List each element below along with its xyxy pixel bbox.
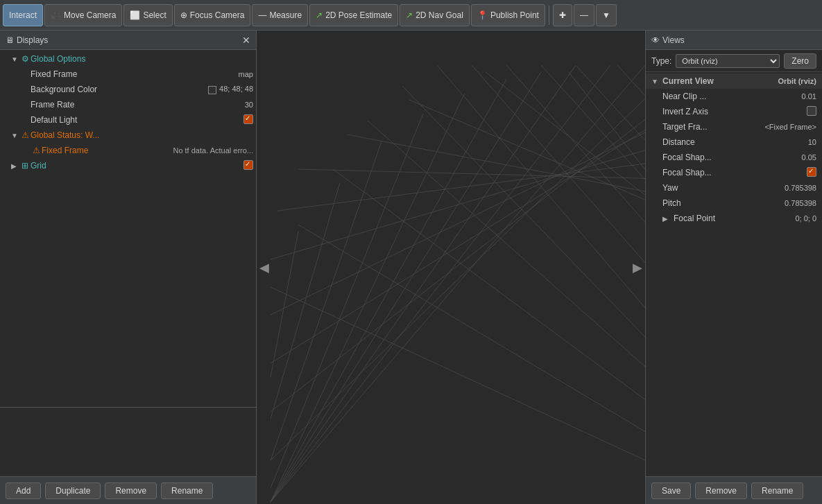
toolbar-btn-dropdown[interactable]: ▼: [596, 4, 617, 26]
views-row-near-clip[interactable]: Near Clip ... 0.01: [646, 89, 822, 104]
viewport-arrow-left[interactable]: ◀: [259, 260, 269, 275]
distance-label: Distance: [662, 137, 805, 147]
tree-row-global-status[interactable]: ▼ ⚠ Global Status: W...: [0, 128, 256, 143]
remove-button[interactable]: Remove: [105, 483, 157, 499]
toolbar-btn-interact[interactable]: Interact: [3, 4, 43, 26]
toolbar-btn-move-camera[interactable]: 🎥 Move Camera: [44, 4, 122, 26]
displays-tree: ▼ ⚙ Global Options Fixed Frame map Backg…: [0, 50, 256, 407]
focal-shape-1-label: Focal Shap...: [662, 153, 799, 162]
target-frame-label: Target Fra...: [662, 122, 762, 132]
focal-shape-2-value: [807, 167, 816, 178]
tree-row-frame-rate[interactable]: Frame Rate 30: [0, 97, 256, 112]
views-panel-icon: 👁: [651, 35, 660, 45]
focus-camera-icon: ⊕: [180, 10, 187, 20]
pitch-value: 0.785398: [785, 199, 816, 207]
focal-shape-1-value: 0.05: [802, 153, 816, 162]
tree-row-fixed-frame[interactable]: Fixed Frame map: [0, 67, 256, 82]
2d-pose-icon: ↗: [316, 10, 323, 20]
tree-arrow-global-options: ▼: [11, 55, 19, 63]
toolbar-btn-publish[interactable]: 📍 Publish Point: [471, 4, 545, 26]
displays-close-button[interactable]: ✕: [242, 35, 250, 46]
views-header: 👁 Views: [646, 31, 822, 50]
views-row-current-view[interactable]: ▼ Current View Orbit (rviz): [646, 73, 822, 89]
focal-shape-checkbox[interactable]: [807, 167, 816, 177]
add-icon: ✚: [559, 10, 566, 20]
move-camera-icon: 🎥: [51, 10, 61, 20]
tree-row-global-options[interactable]: ▼ ⚙ Global Options: [0, 51, 256, 67]
left-bottom-area: [0, 407, 256, 476]
tree-row-background-color[interactable]: Background Color 48; 48; 48: [0, 82, 256, 97]
frame-rate-label: Frame Rate: [31, 100, 245, 110]
toolbar-btn-add[interactable]: ✚: [553, 4, 572, 26]
default-light-value: [243, 114, 253, 125]
frame-rate-value: 30: [245, 101, 253, 109]
focal-shape-2-label: Focal Shap...: [662, 168, 804, 177]
focal-point-value: 0; 0; 0: [795, 214, 816, 223]
warning-icon-ff: ⚠: [31, 146, 42, 155]
grid-checkbox-value: [243, 160, 253, 171]
fixed-frame-value: map: [239, 70, 253, 78]
viewport[interactable]: ◀ ▶: [257, 31, 645, 504]
tree-row-grid[interactable]: ▶ ⊞ Grid: [0, 158, 256, 173]
fixed-frame-status-value: No tf data. Actual erro...: [173, 146, 253, 155]
toolbar-btn-2d-pose[interactable]: ↗ 2D Pose Estimate: [309, 4, 398, 26]
tree-row-fixed-frame-status[interactable]: ⚠ Fixed Frame No tf data. Actual erro...: [0, 143, 256, 158]
tree-row-default-light[interactable]: Default Light: [0, 112, 256, 128]
3d-viewport-grid: [257, 31, 645, 504]
global-options-label: Global Options: [31, 54, 253, 64]
views-row-focal-point[interactable]: ▶ Focal Point 0; 0; 0: [646, 211, 822, 226]
left-panel: 🖥 Displays ✕ ▼ ⚙ Global Options Fixed Fr…: [0, 31, 257, 504]
color-swatch: [208, 86, 216, 94]
duplicate-button[interactable]: Duplicate: [45, 483, 101, 499]
default-light-checkbox[interactable]: [243, 114, 253, 124]
toolbar-btn-2d-nav[interactable]: ↗ 2D Nav Goal: [400, 4, 470, 26]
yaw-value: 0.785398: [785, 184, 816, 192]
views-row-invert-z[interactable]: Invert Z Axis: [646, 104, 822, 119]
default-light-label: Default Light: [31, 115, 243, 125]
views-row-focal-shape-2[interactable]: Focal Shap...: [646, 165, 822, 180]
type-select[interactable]: Orbit (rviz): [676, 54, 780, 68]
settings-icon: ⚙: [19, 54, 31, 64]
background-color-label: Background Color: [31, 85, 208, 94]
toolbar-btn-minus[interactable]: —: [574, 4, 594, 26]
views-type-row: Type: Orbit (rviz) Zero: [646, 50, 822, 72]
add-button[interactable]: Add: [6, 483, 41, 499]
tree-arrow-global-status: ▼: [11, 132, 19, 139]
viewport-arrow-right[interactable]: ▶: [633, 260, 642, 275]
toolbar: Interact 🎥 Move Camera ⬜ Select ⊕ Focus …: [0, 0, 822, 31]
near-clip-value: 0.01: [802, 92, 816, 101]
toolbar-btn-select[interactable]: ⬜ Select: [123, 4, 172, 26]
toolbar-btn-measure[interactable]: — Measure: [252, 4, 308, 26]
chevron-down-icon: ▼: [602, 10, 610, 20]
invert-z-checkbox[interactable]: [807, 106, 816, 116]
current-view-value: Orbit (rviz): [778, 77, 816, 85]
pitch-label: Pitch: [662, 198, 782, 208]
tree-arrow-grid: ▶: [11, 162, 19, 170]
toolbar-btn-focus-camera[interactable]: ⊕ Focus Camera: [174, 4, 251, 26]
views-row-target-frame[interactable]: Target Fra... <Fixed Frame>: [646, 119, 822, 134]
distance-value: 10: [808, 138, 816, 146]
current-view-label: Current View: [662, 76, 775, 86]
views-row-yaw[interactable]: Yaw 0.785398: [646, 180, 822, 195]
focal-point-label: Focal Point: [674, 214, 792, 223]
grid-checkbox[interactable]: [243, 160, 253, 170]
displays-panel-icon: 🖥: [6, 35, 14, 45]
warning-icon-global: ⚠: [19, 130, 31, 140]
views-title: Views: [662, 35, 685, 45]
target-frame-value: <Fixed Frame>: [764, 123, 816, 131]
views-row-focal-shape-1[interactable]: Focal Shap... 0.05: [646, 150, 822, 165]
views-tree: ▼ Current View Orbit (rviz) Near Clip ..…: [646, 72, 822, 476]
fixed-frame-label: Fixed Frame: [31, 69, 239, 79]
global-status-label: Global Status: W...: [31, 130, 253, 140]
right-panel: 👁 Views Type: Orbit (rviz) Zero ▼ Curren…: [645, 31, 822, 504]
rename-button[interactable]: Rename: [161, 483, 213, 499]
views-row-pitch[interactable]: Pitch 0.785398: [646, 195, 822, 211]
zero-button[interactable]: Zero: [784, 53, 816, 69]
views-rename-button[interactable]: Rename: [751, 483, 803, 499]
views-row-distance[interactable]: Distance 10: [646, 134, 822, 150]
invert-z-value: [807, 106, 816, 117]
views-save-button[interactable]: Save: [651, 483, 691, 499]
main-area: 🖥 Displays ✕ ▼ ⚙ Global Options Fixed Fr…: [0, 31, 822, 504]
2d-nav-icon: ↗: [406, 10, 413, 20]
views-remove-button[interactable]: Remove: [695, 483, 747, 499]
